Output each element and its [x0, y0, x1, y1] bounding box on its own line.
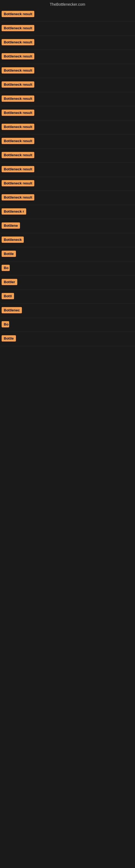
result-row: Bottler — [1, 276, 135, 290]
bottleneck-badge[interactable]: Bottleneck result — [2, 95, 34, 102]
bottleneck-badge[interactable]: Bottleneck result — [2, 180, 34, 186]
result-row: Bottleneck result — [1, 163, 135, 177]
bottleneck-badge[interactable]: Bottleneck result — [2, 53, 34, 59]
result-row: Bottl — [1, 290, 135, 304]
bottleneck-badge[interactable]: Bottl — [2, 293, 14, 299]
result-row: Bottle — [1, 247, 135, 261]
bottleneck-badge[interactable]: Bottleneck result — [2, 82, 34, 88]
bottleneck-badge[interactable]: Bottleneck result — [2, 152, 34, 158]
result-row: Bottleneck result — [1, 50, 135, 64]
page-container: TheBottlenecker.com Bottleneck resultBot… — [0, 0, 135, 346]
result-row: Bottleneck result — [1, 134, 135, 149]
bottleneck-badge[interactable]: Bottleneck result — [2, 39, 34, 45]
result-row: Bottleneck — [1, 233, 135, 247]
bottleneck-badge[interactable]: Bottleneck result — [2, 25, 34, 31]
bottleneck-badge[interactable]: Bottleneck result — [2, 124, 34, 130]
bottleneck-badge[interactable]: Bottle — [2, 251, 16, 257]
result-row: Bottle — [1, 332, 135, 346]
bottleneck-badge[interactable]: Bottleneck result — [2, 110, 34, 116]
bottleneck-badge[interactable]: Bo — [2, 265, 10, 271]
bottleneck-badge[interactable]: Bottle — [2, 335, 16, 341]
bottleneck-badge[interactable]: Bottleneck — [2, 237, 24, 243]
result-row: Bottleneck result — [1, 106, 135, 120]
result-row: Bottleneck result — [1, 120, 135, 134]
result-row: Bottleneck result — [1, 92, 135, 106]
result-row: Bottleneck result — [1, 64, 135, 78]
result-row: Bo — [1, 318, 135, 332]
bottleneck-badge[interactable]: Bo — [2, 321, 9, 328]
result-row: Bottleneck result — [1, 149, 135, 163]
bottleneck-badge[interactable]: Bottlenec — [2, 307, 22, 313]
bottleneck-badge[interactable]: Bottler — [2, 279, 17, 285]
result-row: Bottlenec — [1, 304, 135, 318]
result-row: Bo — [1, 261, 135, 276]
result-row: Bottlene — [1, 219, 135, 233]
bottleneck-badge[interactable]: Bottleneck r — [2, 208, 26, 215]
bottleneck-badge[interactable]: Bottleneck result — [2, 166, 34, 172]
bottleneck-badge[interactable]: Bottlene — [2, 222, 20, 229]
result-row: Bottleneck result — [1, 177, 135, 191]
result-row: Bottleneck result — [1, 8, 135, 22]
site-title: TheBottlenecker.com — [0, 0, 135, 8]
result-row: Bottleneck result — [1, 36, 135, 50]
bottleneck-badge[interactable]: Bottleneck result — [2, 194, 34, 200]
bottleneck-badge[interactable]: Bottleneck result — [2, 67, 34, 73]
bottleneck-badge[interactable]: Bottleneck result — [2, 11, 34, 17]
result-row: Bottleneck result — [1, 78, 135, 92]
bottleneck-badge[interactable]: Bottleneck result — [2, 138, 34, 144]
results-list: Bottleneck resultBottleneck resultBottle… — [0, 8, 135, 346]
result-row: Bottleneck result — [1, 22, 135, 36]
result-row: Bottleneck result — [1, 191, 135, 205]
result-row: Bottleneck r — [1, 205, 135, 219]
